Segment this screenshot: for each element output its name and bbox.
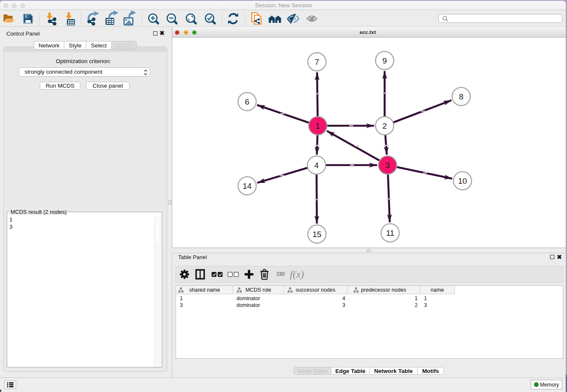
svg-text:8: 8: [459, 92, 464, 101]
svg-text:f(x): f(x): [290, 269, 304, 280]
svg-text:2: 2: [383, 121, 387, 130]
svg-text:1: 1: [316, 121, 320, 130]
svg-text:15: 15: [312, 230, 321, 239]
svg-text:14: 14: [242, 182, 252, 190]
svg-text:10: 10: [458, 177, 467, 185]
svg-text:3: 3: [385, 161, 390, 170]
svg-text:7: 7: [315, 58, 319, 66]
svg-text:11: 11: [386, 229, 394, 237]
svg-text:4: 4: [314, 161, 319, 170]
svg-text:6: 6: [245, 97, 250, 106]
svg-text:9: 9: [383, 56, 387, 65]
